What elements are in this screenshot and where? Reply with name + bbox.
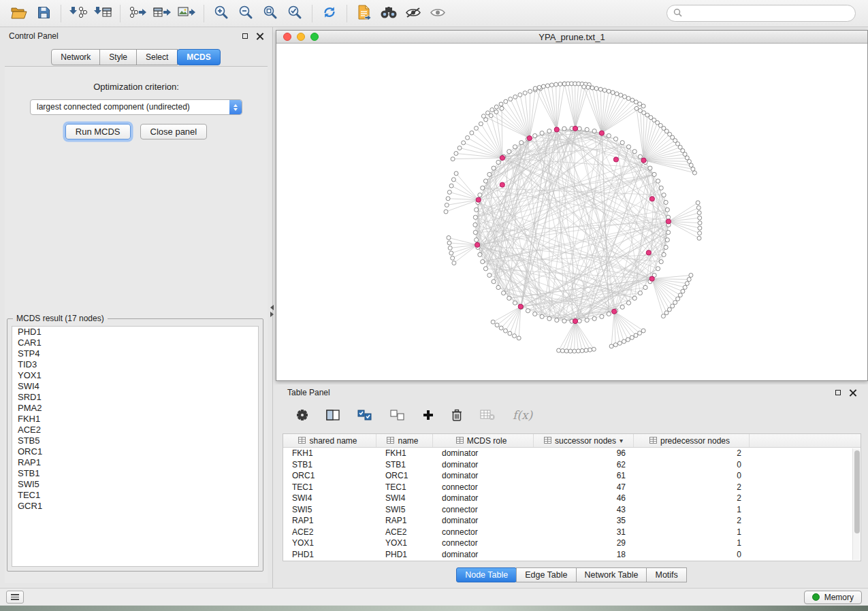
cell-successor-nodes: 18 bbox=[534, 549, 634, 561]
table-tab[interactable]: Network Table bbox=[576, 567, 647, 582]
add-column-icon[interactable] bbox=[423, 410, 434, 420]
cell-mcds-role: connector bbox=[433, 538, 534, 549]
table-column-header[interactable]: predecessor nodes bbox=[634, 434, 750, 447]
table-tab[interactable]: Edge Table bbox=[516, 567, 576, 582]
mcds-result-item[interactable]: PMA2 bbox=[12, 403, 258, 414]
task-history-button[interactable] bbox=[6, 591, 24, 604]
export-table-button[interactable] bbox=[150, 3, 174, 24]
table-row[interactable]: ACE2 ACE2 connector 31 1 bbox=[283, 527, 861, 538]
delete-table-icon[interactable] bbox=[480, 410, 495, 420]
table-row[interactable]: YOX1 YOX1 connector 29 1 bbox=[283, 538, 861, 549]
mcds-result-item[interactable]: GCR1 bbox=[12, 501, 258, 512]
toolbar-separator bbox=[347, 5, 347, 22]
mcds-result-item[interactable]: STB5 bbox=[12, 435, 258, 446]
mcds-result-item[interactable]: FKH1 bbox=[12, 414, 258, 425]
import-network-file-button[interactable] bbox=[66, 3, 91, 24]
column-header-label: shared name bbox=[309, 436, 357, 446]
desktop-background: Control Panel Network Style Select MCDS … bbox=[0, 0, 868, 611]
open-session-button[interactable] bbox=[7, 3, 31, 24]
control-panel-tab[interactable]: Network bbox=[51, 49, 100, 65]
mcds-result-item[interactable]: ORC1 bbox=[12, 446, 258, 457]
table-row[interactable]: SWI4 SWI4 dominator 46 2 bbox=[283, 493, 861, 504]
table-column-header[interactable]: successor nodes ▾ bbox=[534, 434, 634, 447]
show-columns-icon[interactable] bbox=[326, 410, 340, 420]
table-row[interactable]: TEC1 TEC1 connector 47 2 bbox=[283, 482, 861, 493]
table-row[interactable]: PHD1 PHD1 dominator 18 0 bbox=[283, 549, 861, 561]
search-network-button[interactable] bbox=[376, 3, 401, 24]
table-header-filler bbox=[750, 434, 861, 447]
criterion-dropdown[interactable]: largest connected component (undirected) bbox=[30, 99, 242, 115]
zoom-out-button[interactable] bbox=[234, 3, 258, 24]
table-row[interactable]: FKH1 FKH1 dominator 96 2 bbox=[283, 448, 861, 459]
table-tab[interactable]: Motifs bbox=[646, 567, 686, 582]
zoom-fit-icon bbox=[263, 5, 278, 22]
table-tab[interactable]: Node Table bbox=[456, 567, 517, 582]
control-panel-tab[interactable]: Select bbox=[136, 49, 178, 65]
vertical-splitter[interactable] bbox=[271, 27, 276, 588]
mcds-result-item[interactable]: PHD1 bbox=[12, 327, 258, 337]
export-image-button[interactable] bbox=[174, 3, 199, 24]
table-row[interactable]: SWI5 SWI5 connector 43 1 bbox=[283, 504, 861, 516]
hide-graphics-details-button[interactable] bbox=[401, 3, 425, 24]
cell-shared-name: SWI4 bbox=[283, 493, 376, 504]
export-document-button[interactable] bbox=[352, 3, 376, 24]
save-session-button[interactable] bbox=[31, 3, 56, 24]
table-column-header[interactable]: name bbox=[376, 434, 433, 447]
network-canvas[interactable] bbox=[276, 44, 867, 380]
cell-mcds-role: dominator bbox=[433, 549, 534, 561]
function-builder-icon[interactable]: f(x) bbox=[513, 408, 532, 422]
window-close-button[interactable] bbox=[283, 33, 291, 41]
deselect-all-rows-icon[interactable] bbox=[390, 410, 405, 420]
mcds-result-group-title: MCDS result (17 nodes) bbox=[13, 314, 108, 323]
float-table-panel-button[interactable] bbox=[835, 390, 841, 395]
control-panel-tab[interactable]: Style bbox=[99, 49, 137, 65]
memory-button[interactable]: Memory bbox=[804, 591, 862, 604]
network-graph-svg bbox=[276, 44, 867, 380]
mcds-result-item[interactable]: STP4 bbox=[12, 348, 258, 359]
splitter-grip-icon[interactable] bbox=[270, 305, 274, 317]
mcds-result-item[interactable]: YOX1 bbox=[12, 370, 258, 381]
close-panel-action-button[interactable]: Close panel bbox=[140, 124, 208, 139]
window-minimize-button[interactable] bbox=[297, 33, 305, 41]
zoom-fit-button[interactable] bbox=[258, 3, 283, 24]
zoom-selected-button[interactable] bbox=[283, 3, 307, 24]
close-panel-button[interactable] bbox=[256, 33, 263, 40]
delete-columns-icon[interactable] bbox=[451, 409, 462, 421]
table-column-header[interactable]: shared name bbox=[283, 434, 376, 447]
float-panel-button[interactable] bbox=[242, 33, 248, 39]
refresh-view-button[interactable] bbox=[317, 3, 342, 24]
zoom-in-button[interactable] bbox=[209, 3, 234, 24]
import-table-file-icon bbox=[94, 5, 112, 21]
import-table-file-button[interactable] bbox=[91, 3, 115, 24]
table-settings-gear-icon[interactable] bbox=[296, 409, 308, 421]
zoom-in-icon bbox=[214, 5, 229, 22]
select-all-rows-icon[interactable] bbox=[357, 410, 372, 420]
export-network-button[interactable] bbox=[125, 3, 150, 24]
table-scrollbar[interactable] bbox=[852, 448, 860, 560]
mcds-result-item[interactable]: STB1 bbox=[12, 468, 258, 479]
table-row[interactable]: RAP1 RAP1 dominator 35 2 bbox=[283, 515, 861, 527]
open-session-icon bbox=[11, 6, 27, 21]
cell-shared-name: TEC1 bbox=[283, 482, 376, 493]
mcds-result-item[interactable]: TID3 bbox=[12, 359, 258, 370]
control-panel-tab[interactable]: MCDS bbox=[177, 49, 220, 65]
mcds-result-item[interactable]: SRD1 bbox=[12, 392, 258, 403]
scrollbar-thumb[interactable] bbox=[854, 450, 860, 533]
table-row[interactable]: STB1 STB1 dominator 62 0 bbox=[283, 459, 861, 471]
window-zoom-button[interactable] bbox=[310, 33, 319, 41]
mcds-result-item[interactable]: CAR1 bbox=[12, 337, 258, 348]
mcds-result-item[interactable]: RAP1 bbox=[12, 457, 258, 468]
run-mcds-button[interactable]: Run MCDS bbox=[65, 124, 131, 139]
table-row[interactable]: ORC1 ORC1 dominator 61 0 bbox=[283, 470, 861, 482]
table-panel: Table Panel bbox=[276, 384, 868, 588]
mcds-result-item[interactable]: SWI4 bbox=[12, 381, 258, 392]
mcds-result-item[interactable]: SWI5 bbox=[12, 479, 258, 490]
close-table-panel-button[interactable] bbox=[849, 389, 856, 397]
mcds-result-item[interactable]: TEC1 bbox=[12, 490, 258, 501]
search-input[interactable] bbox=[686, 9, 849, 18]
table-column-header[interactable]: MCDS role bbox=[433, 434, 534, 447]
table-body: FKH1 FKH1 dominator 96 2 STB1 STB1 domin… bbox=[283, 448, 861, 560]
bird-eye-view-button[interactable] bbox=[425, 3, 450, 24]
bird-eye-view-icon bbox=[430, 7, 446, 20]
mcds-result-item[interactable]: ACE2 bbox=[12, 425, 258, 435]
